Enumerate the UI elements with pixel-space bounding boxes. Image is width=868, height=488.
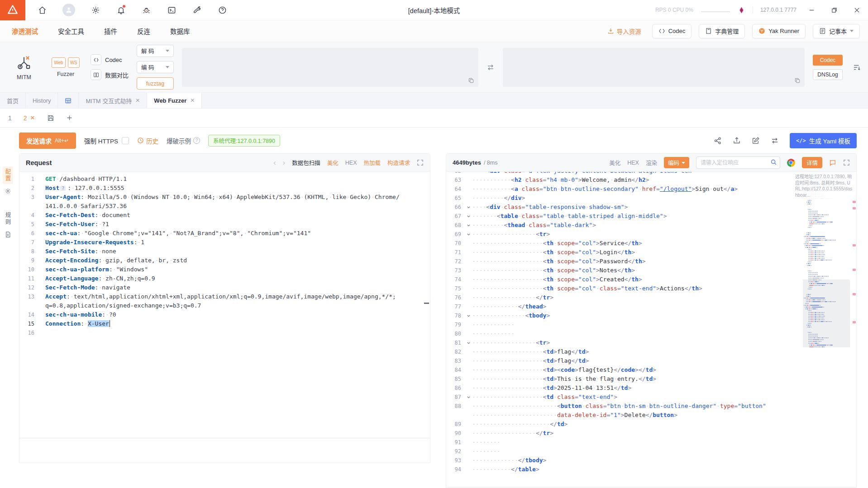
codec-output-area[interactable] [503, 48, 805, 87]
panel-action-1[interactable]: HEX [627, 160, 639, 166]
sort-list-icon[interactable] [853, 63, 861, 71]
main-tab-3[interactable]: MITM 交互式劫持✕ [79, 93, 147, 108]
fold-chevron-icon[interactable] [465, 230, 472, 239]
close-tab-icon[interactable]: ✕ [30, 114, 35, 121]
history-back-icon[interactable]: ‹ [273, 159, 276, 166]
codec-menu-button[interactable]: Codec [652, 24, 692, 38]
save-disk-icon[interactable] [47, 114, 54, 122]
fuzzer-side-tab-0[interactable]: 配置 [3, 166, 13, 194]
code-line[interactable]: 74····················<th·scope="col">Cr… [446, 275, 856, 284]
swap-arrows-icon[interactable] [486, 63, 495, 71]
generate-yaml-button[interactable]: </> 生成 Yaml 模板 [790, 133, 857, 148]
code-line[interactable]: 8Sec-Fetch-Site:·none [19, 247, 430, 256]
panel-action-2[interactable]: 渲染 [646, 158, 657, 167]
fuzzer-page-tab-0[interactable]: 1 [8, 114, 12, 122]
edit-icon[interactable] [752, 137, 760, 145]
notifications-bell-icon[interactable] [116, 5, 126, 15]
open-in-browser-icon[interactable] [787, 159, 795, 167]
code-line[interactable]: 67·······<table·class="table·table-strip… [446, 212, 856, 221]
code-line[interactable]: 3User-Agent:·Mozilla/5.0·(Windows·NT·10.… [19, 193, 430, 202]
panel-splitter[interactable] [430, 153, 446, 488]
code-line[interactable]: 10sec-ch-ua-platform:·"Windows" [19, 265, 430, 274]
panel-action-0[interactable]: 数据包扫描 [292, 158, 320, 167]
send-request-button[interactable]: 发送请求 Alt+↵ [19, 133, 76, 149]
fuzzer-side-tab-1[interactable]: 规则 [3, 210, 13, 238]
code-line[interactable]: 76··················</tr> [446, 293, 856, 302]
code-line[interactable]: 69··················<tr> [446, 230, 856, 239]
switch-icon[interactable] [771, 137, 779, 145]
code-line[interactable]: 13Accept:·text/html,application/xhtml+xm… [19, 292, 430, 301]
share-icon[interactable] [714, 137, 722, 145]
search-icon[interactable] [770, 159, 777, 166]
settings-gear-icon[interactable] [91, 5, 100, 15]
code-line[interactable]: 84····················<td><code>flag{tes… [446, 365, 856, 374]
code-line[interactable]: 141.0.0.0·Safari/537.36 [19, 202, 430, 211]
code-line[interactable]: 93·············</tbody> [446, 456, 856, 465]
encoding-dropdown-button[interactable]: 编码 [664, 157, 689, 168]
code-line[interactable]: 70····················<th·scope="col">Se… [446, 239, 856, 248]
close-tab-icon[interactable]: ✕ [135, 97, 140, 104]
help-icon[interactable] [217, 5, 227, 15]
add-tab-icon[interactable] [66, 114, 73, 121]
code-line[interactable]: 77·············</thead> [446, 302, 856, 311]
panel-action-4[interactable]: 构造请求 [387, 158, 410, 167]
menu-tab-1[interactable]: 安全工具 [58, 26, 84, 36]
code-line[interactable]: 7Upgrade-Insecure-Requests:·1 [19, 238, 430, 247]
fullscreen-icon[interactable] [843, 159, 850, 166]
menu-tab-2[interactable]: 插件 [104, 26, 117, 36]
menu-tab-3[interactable]: 反连 [137, 26, 150, 36]
code-line[interactable]: 83····················<td>flag</td> [446, 356, 856, 365]
detail-button[interactable]: 详情 [802, 157, 822, 168]
fullscreen-icon[interactable] [417, 159, 424, 166]
code-line[interactable]: 73····················<th·scope="col">No… [446, 266, 856, 275]
code-line[interactable]: 9Accept-Encoding:·gzip,·deflate,·br,·zst… [19, 256, 430, 265]
code-line[interactable]: 86····················<td>2025-11-04·13:… [446, 384, 856, 393]
notepad-button[interactable]: 记事本 [813, 24, 860, 38]
code-line[interactable]: 5Sec-Fetch-User:·?1 [19, 220, 430, 229]
force-https-checkbox[interactable] [122, 137, 129, 144]
yak-runner-button[interactable]: Yak Runner [752, 24, 806, 38]
code-line[interactable]: 90··················</tr> [446, 429, 856, 438]
codec-shortcut[interactable]: Codec [91, 54, 129, 65]
code-line[interactable]: 14sec-ch-ua-mobile:·?0 [19, 310, 430, 319]
home-icon[interactable] [37, 5, 47, 15]
main-tab-2[interactable] [58, 93, 79, 108]
fold-chevron-icon[interactable] [465, 311, 472, 320]
annotation-icon[interactable] [829, 159, 836, 166]
code-line[interactable]: 66····<div·class="table-responsive·shado… [446, 203, 856, 212]
code-line[interactable]: 80············ [446, 329, 856, 338]
dictionary-manager-button[interactable]: 字典管理 [699, 24, 745, 38]
code-line[interactable]: 71····················<th·scope="col">Lo… [446, 248, 856, 257]
history-forward-icon[interactable]: › [283, 159, 286, 166]
response-search-input[interactable] [696, 156, 780, 169]
copy-icon[interactable] [468, 77, 474, 84]
code-line[interactable]: 85····················<td>This·is·the·fl… [446, 374, 856, 384]
fold-chevron-icon[interactable] [465, 212, 472, 221]
code-line[interactable]: 87····················<td·class="text-en… [446, 393, 856, 402]
response-minimap[interactable] [803, 173, 850, 348]
main-tab-0[interactable]: 首页 [0, 93, 26, 108]
minimap-slider[interactable] [803, 280, 850, 347]
fold-chevron-icon[interactable] [465, 203, 472, 212]
code-line[interactable]: 91········ [446, 438, 856, 447]
fuzzer-shortcut[interactable]: Web WS Fuzzer [49, 57, 82, 77]
code-line[interactable]: 6sec-ch-ua:·"Google·Chrome";v="141",·"No… [19, 229, 430, 238]
response-editor[interactable]: 62····<div·class="d-flex·justify-content… [446, 172, 856, 487]
fold-chevron-icon[interactable] [465, 221, 472, 230]
code-line[interactable]: 15Connection:·X-User [19, 319, 430, 328]
code-line[interactable]: 88························<button·class=… [446, 402, 856, 411]
close-tab-icon[interactable]: ✕ [190, 97, 195, 104]
code-line[interactable]: 92········ [446, 447, 856, 456]
menu-tab-4[interactable]: 数据库 [170, 26, 190, 36]
avatar[interactable] [62, 4, 75, 16]
code-line[interactable]: ························data-delete-id="… [446, 411, 856, 420]
main-tab-1[interactable]: History [26, 93, 58, 108]
code-line[interactable]: 81··················<tr> [446, 338, 856, 347]
bug-icon[interactable] [141, 5, 151, 15]
panel-action-1[interactable]: 美化 [327, 158, 339, 167]
panel-action-0[interactable]: 美化 [609, 158, 620, 167]
panel-action-2[interactable]: HEX [345, 160, 357, 166]
close-button[interactable] [849, 3, 864, 17]
code-line[interactable]: 12Sec-Fetch-Mode:·navigate [19, 283, 430, 292]
code-line[interactable]: 75····················<th·scope="col"·cl… [446, 284, 856, 293]
